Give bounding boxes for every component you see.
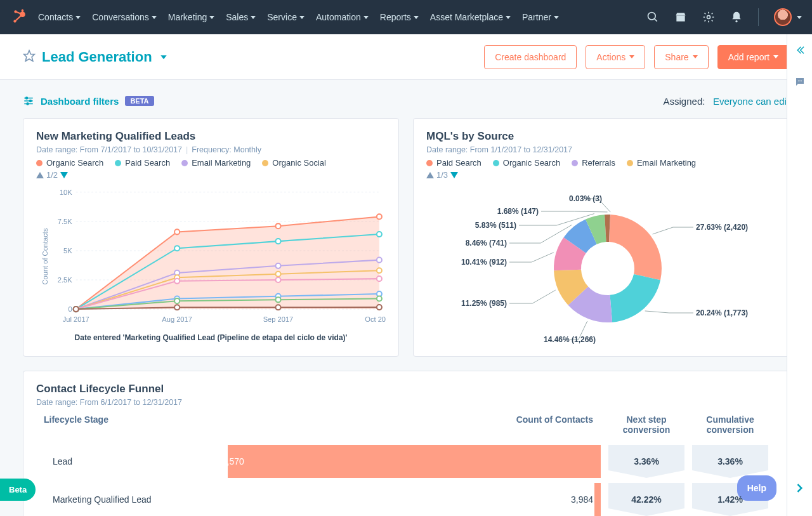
nav-item-asset-marketplace[interactable]: Asset Marketplace [430,12,511,22]
dashboard-content: Dashboard filters BETA Assigned: Everyon… [0,80,812,516]
svg-point-17 [26,97,28,99]
beta-pill-button[interactable]: Beta [0,479,36,501]
svg-point-7 [648,13,656,20]
svg-point-64 [174,305,180,310]
line-chart: 02.5K5K7.5K10KJul 2017Aug 2017Sep 2017Oc… [39,183,386,329]
comments-icon[interactable] [794,76,806,90]
settings-gear-icon[interactable] [702,11,715,23]
svg-text:5.83% (511): 5.83% (511) [475,221,516,230]
svg-text:20.24% (1,773): 20.24% (1,773) [696,308,748,317]
pager-text: 1/2 [46,170,58,180]
chevron-down-icon [363,16,369,19]
legend-dot-icon [426,160,433,166]
expand-chevron-icon[interactable] [793,482,806,497]
legend-pager[interactable]: 1/3 [426,170,776,180]
nav-utility [646,8,802,26]
marketplace-icon[interactable] [674,11,687,23]
legend-pager[interactable]: 1/2 [36,170,386,180]
svg-text:5K: 5K [63,247,72,255]
svg-point-80 [798,81,799,82]
nav-item-sales[interactable]: Sales [226,12,256,22]
legend-label: Paid Search [125,158,170,168]
legend-item[interactable]: Organic Search [493,158,560,168]
legend-item[interactable]: Paid Search [426,158,481,168]
chevron-down-icon [506,16,511,19]
svg-rect-9 [676,16,684,22]
nav-item-automation[interactable]: Automation [316,12,369,22]
hubspot-logo-icon[interactable] [10,8,28,26]
funnel-row: Lead118,5703.36%3.36% [36,442,776,480]
actions-dropdown-button[interactable]: Actions [586,45,645,69]
legend-dot-icon [572,160,578,166]
notifications-bell-icon[interactable] [730,11,743,23]
chart-x-axis-label: Date entered 'Marketing Qualified Lead (… [36,333,386,342]
svg-point-45 [275,263,280,268]
svg-point-81 [799,81,801,82]
help-button[interactable]: Help [737,475,776,501]
svg-point-38 [377,214,382,219]
legend-item[interactable]: Paid Search [115,158,170,168]
add-report-button[interactable]: Add report [717,45,789,69]
funnel-stage-count: 118,570 [212,456,244,466]
legend-label: Paid Search [436,158,481,168]
search-icon[interactable] [646,11,659,23]
legend-item[interactable]: Email Marketing [627,158,696,168]
funnel-stage-count: 3,984 [571,494,601,505]
svg-point-40 [174,246,180,251]
svg-text:0.03% (3): 0.03% (3) [568,194,601,203]
svg-point-46 [377,258,382,263]
nav-item-partner[interactable]: Partner [522,12,559,22]
right-rail [787,34,812,516]
funnel-stage-bar: Lead118,570 [44,445,601,478]
dashboard-filters-toggle[interactable]: Dashboard filters BETA [23,95,154,107]
svg-point-37 [275,223,280,228]
legend-item[interactable]: Referrals [572,158,615,168]
svg-point-11 [735,20,737,22]
svg-text:11.25% (985): 11.25% (985) [461,299,506,308]
conversion-cell-next: 42.22% [608,483,684,516]
card-subtitle: Date range: From 1/1/2017 to 12/31/2017 [426,145,776,154]
chevron-down-icon [152,16,157,19]
chevron-down-icon [629,55,634,58]
col-header-count: Count of Contacts [512,414,601,435]
legend-label: Referrals [582,158,615,168]
svg-text:14.46% (1,266): 14.46% (1,266) [543,335,595,344]
card-subtitle: Date range: From 7/1/2017 to 10/31/2017|… [36,145,386,154]
nav-item-service[interactable]: Service [267,12,304,22]
funnel-stage-name: Lead [44,456,72,466]
account-menu[interactable] [774,8,802,26]
dashboard-title-dropdown[interactable]: Lead Generation [42,49,169,65]
chevron-down-icon [75,16,81,19]
nav-item-reports[interactable]: Reports [380,12,419,22]
chevron-down-icon [159,52,169,62]
top-nav: ContactsConversationsMarketingSalesServi… [0,0,812,34]
legend-label: Email Marketing [192,158,251,168]
filters-label: Dashboard filters [41,96,119,107]
collapse-panel-icon[interactable] [794,44,806,58]
svg-text:10.41% (912): 10.41% (912) [461,258,506,267]
svg-text:Sep 2017: Sep 2017 [263,315,294,323]
funnel-header-row: Lifecycle Stage Count of Contacts Next s… [36,411,776,442]
nav-item-contacts[interactable]: Contacts [38,12,81,22]
share-dropdown-button[interactable]: Share [654,45,708,69]
legend-label: Email Marketing [637,158,696,168]
legend-item[interactable]: Organic Social [262,158,326,168]
nav-item-conversations[interactable]: Conversations [92,12,157,22]
svg-text:Jul 2017: Jul 2017 [63,315,89,323]
favorite-star-icon[interactable] [23,50,36,65]
svg-point-2 [13,20,16,22]
legend-label: Organic Social [272,158,326,168]
legend-label: Organic Search [503,158,560,168]
legend-item[interactable]: Organic Search [36,158,103,168]
legend-dot-icon [493,160,499,166]
card-subtitle: Date range: From 6/1/2017 to 12/31/2017 [36,398,776,407]
col-header-cumulative: Cumulative conversion [692,414,768,435]
nav-item-marketing[interactable]: Marketing [168,12,214,22]
filters-row: Dashboard filters BETA Assigned: Everyon… [23,95,789,107]
assigned-value-link[interactable]: Everyone can edit [713,96,789,107]
triangle-down-icon [60,172,68,178]
create-dashboard-button[interactable]: Create dashboard [484,45,577,69]
legend-item[interactable]: Email Marketing [181,158,251,168]
svg-text:10K: 10K [60,189,72,196]
svg-text:Aug 2017: Aug 2017 [162,315,192,323]
